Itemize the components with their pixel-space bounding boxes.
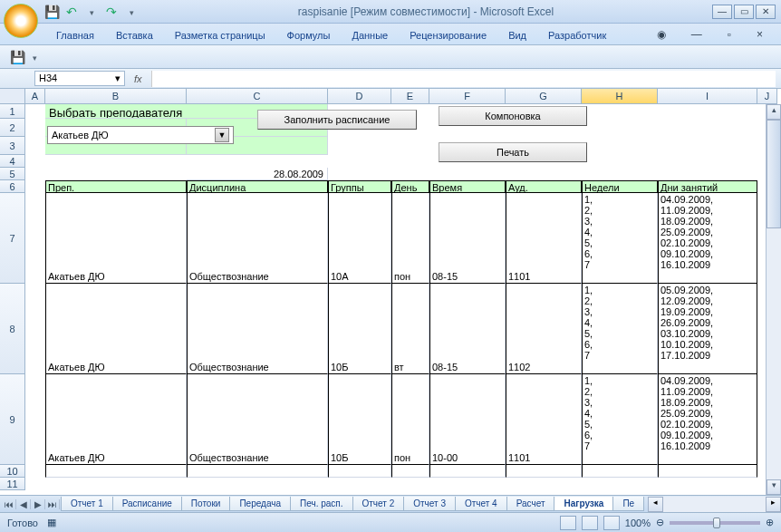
sheet-tab[interactable]: Потоки (181, 497, 231, 511)
row-header[interactable]: 9 (0, 374, 25, 465)
cell[interactable] (391, 465, 429, 478)
sheet-tab[interactable]: Расчет (506, 497, 555, 511)
column-header[interactable]: I (658, 89, 757, 104)
scroll-down-icon[interactable]: ▾ (767, 479, 781, 495)
zoom-in-icon[interactable]: ⊕ (766, 517, 774, 528)
column-header[interactable]: B (45, 89, 187, 104)
worksheet-grid[interactable]: ABCDEFGHIJ 1234567891011 Выбрать препода… (0, 89, 781, 495)
cell[interactable] (582, 465, 658, 478)
chevron-down-icon[interactable]: ▾ (115, 73, 121, 84)
normal-view-icon[interactable] (560, 516, 576, 530)
cell[interactable]: 10Б (328, 374, 391, 465)
column-header[interactable]: C (187, 89, 328, 104)
cell[interactable] (506, 465, 582, 478)
close-doc-icon[interactable]: × (746, 24, 774, 44)
sheet-tab[interactable]: Печ. расп. (290, 497, 353, 511)
cell[interactable] (45, 465, 187, 478)
macro-icon[interactable]: ▦ (47, 517, 56, 528)
save-icon[interactable] (7, 47, 27, 67)
undo-dropdown-icon[interactable] (83, 4, 100, 20)
cell[interactable]: Обществознание (187, 193, 328, 284)
sheet-tab[interactable]: Нагрузка (554, 497, 613, 511)
cell[interactable]: Акатьев ДЮ (45, 284, 187, 374)
row-header[interactable]: 2 (0, 119, 25, 137)
help-icon[interactable]: ◉ (646, 24, 677, 44)
chevron-down-icon[interactable]: ▼ (215, 128, 229, 142)
cell[interactable]: Время (429, 180, 506, 193)
ribbon-tab[interactable]: Вставка (105, 26, 164, 44)
zoom-label[interactable]: 100% (625, 517, 651, 528)
column-header[interactable]: A (25, 89, 45, 104)
print-button[interactable]: Печать (439, 142, 587, 162)
cell[interactable]: Акатьев ДЮ (45, 374, 187, 465)
ribbon-tab[interactable]: Вид (497, 26, 537, 44)
tab-next-icon[interactable]: ▶ (31, 499, 45, 509)
page-break-view-icon[interactable] (603, 516, 620, 530)
cell[interactable]: Дисциплина (187, 180, 328, 193)
chevron-down-icon[interactable] (33, 52, 37, 63)
cell[interactable]: Ауд. (506, 180, 582, 193)
cell[interactable] (429, 465, 506, 478)
layout-button[interactable]: Компоновка (439, 106, 587, 126)
cell[interactable] (658, 465, 757, 478)
restore-win-icon[interactable]: ▫ (717, 24, 742, 44)
ribbon-tab[interactable]: Разметка страницы (164, 26, 276, 44)
sheet-tab[interactable]: Отчет 2 (352, 497, 405, 511)
zoom-slider[interactable] (670, 521, 760, 525)
undo-icon[interactable] (63, 4, 80, 20)
column-header[interactable]: G (506, 89, 582, 104)
cell[interactable]: 04.09.2009, 11.09.2009, 18.09.2009, 25.0… (658, 374, 757, 465)
ribbon-tab[interactable]: Формулы (276, 26, 342, 44)
ribbon-tab[interactable]: Данные (341, 26, 399, 44)
page-layout-view-icon[interactable] (582, 516, 598, 530)
cell[interactable]: 08-15 (429, 193, 506, 284)
scroll-right-icon[interactable]: ▸ (766, 497, 781, 512)
cell[interactable] (187, 465, 328, 478)
minimize-button[interactable]: — (712, 5, 732, 19)
cell[interactable]: Акатьев ДЮ (45, 193, 187, 284)
fill-schedule-button[interactable]: Заполнить расписание (257, 110, 417, 130)
cell[interactable]: пон (391, 193, 429, 284)
horizontal-scrollbar[interactable]: ◂ ▸ (648, 497, 781, 512)
cell[interactable]: 04.09.2009, 11.09.2009, 18.09.2009, 25.0… (658, 193, 757, 284)
row-header[interactable]: 10 (0, 465, 25, 478)
cell[interactable]: Недели (582, 180, 658, 193)
cell[interactable]: Группы (328, 180, 391, 193)
row-header[interactable]: 5 (0, 168, 25, 180)
cell[interactable]: 28.08.2009 (187, 168, 328, 180)
ribbon-tab[interactable]: Разработчик (537, 26, 617, 44)
cell[interactable]: 10А (328, 193, 391, 284)
cell[interactable]: Обществознание (187, 374, 328, 465)
sheet-tab[interactable]: Расписание (112, 497, 182, 511)
vertical-scrollbar[interactable]: ▴ ▾ (766, 104, 781, 495)
row-header[interactable]: 8 (0, 284, 25, 374)
tab-last-icon[interactable]: ⏭ (45, 499, 60, 509)
zoom-out-icon[interactable]: ⊖ (656, 517, 664, 528)
cell[interactable]: 1102 (506, 284, 582, 374)
teacher-combobox[interactable]: Акатьев ДЮ▼ (47, 126, 234, 144)
row-header[interactable]: 7 (0, 193, 25, 284)
sheet-tab[interactable]: Передача (229, 497, 291, 511)
column-header[interactable]: E (391, 89, 429, 104)
sheet-tab[interactable]: Отчет 3 (403, 497, 456, 511)
save-icon[interactable] (43, 4, 60, 20)
cell[interactable]: Преп. (45, 180, 187, 193)
close-button[interactable]: ✕ (756, 5, 776, 19)
row-header[interactable]: 4 (0, 155, 25, 168)
tab-prev-icon[interactable]: ◀ (16, 499, 31, 509)
row-header[interactable]: 1 (0, 104, 25, 119)
cell[interactable]: Дни занятий (658, 180, 757, 193)
sheet-tab[interactable]: Отчет 1 (61, 497, 113, 511)
column-header[interactable]: D (328, 89, 391, 104)
scroll-left-icon[interactable]: ◂ (648, 497, 663, 512)
cell[interactable] (328, 465, 391, 478)
cell[interactable]: 1, 2, 3, 4, 5, 6, 7 (582, 193, 658, 284)
cell[interactable]: 1, 2, 3, 4, 5, 6, 7 (582, 284, 658, 374)
cell[interactable]: 1, 2, 3, 4, 5, 6, 7 (582, 374, 658, 465)
redo-icon[interactable] (103, 4, 120, 20)
cell[interactable]: 1101 (506, 374, 582, 465)
name-box[interactable]: H34 ▾ (34, 71, 125, 86)
tab-first-icon[interactable]: ⏮ (2, 499, 16, 509)
scrollbar-thumb[interactable] (767, 120, 781, 228)
column-header[interactable]: F (429, 89, 506, 104)
